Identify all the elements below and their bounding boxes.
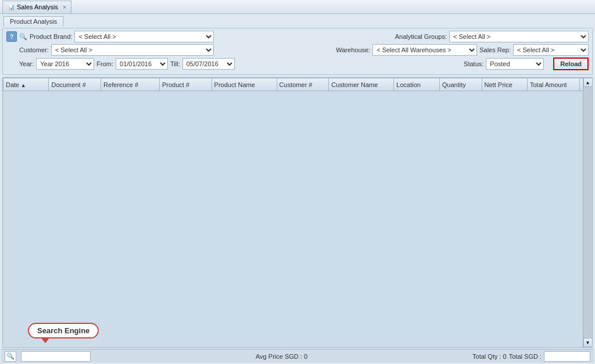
filter-row-3: Year: Year 2016 From: 01/01/2016 Till: 0… [6,57,589,70]
vertical-scrollbar[interactable]: ▲ ▼ [583,78,592,347]
main-container: Product Analysis ? 🔍 Product Brand: < Se… [0,14,595,364]
status-select[interactable]: Posted [486,58,544,70]
sales-rep-select[interactable]: < Select All > [513,44,589,56]
total-sgd-label: Total SGD : [509,353,542,360]
status-label: Status: [464,60,483,67]
col-location[interactable]: Location [394,78,439,91]
scroll-up-button[interactable]: ▲ [583,78,593,87]
tab-icon: 📊 [8,4,15,10]
analytical-groups-select[interactable]: < Select All > [449,31,589,42]
product-brand-select[interactable]: < Select All > [74,31,214,42]
table-header-row: Date Document # Reference # Product # Pr… [3,78,592,91]
reload-button[interactable]: Reload [553,57,589,70]
col-customer-name[interactable]: Customer Name [329,78,394,91]
filter-icon: 🔍 [19,33,27,41]
product-analysis-tab-label: Product Analysis [10,18,57,25]
data-table: Date Document # Reference # Product # Pr… [3,78,592,91]
analytical-groups-label: Analytical Groups: [395,33,447,40]
status-bar: 🔍 Avg Price SGD : 0 Total Qty : 0 Total … [1,349,594,363]
tab-label: Sales Analysis [17,3,58,10]
col-product-name[interactable]: Product Name [212,78,277,91]
col-document[interactable]: Document # [49,78,101,91]
total-sgd-input[interactable] [544,351,590,362]
sales-rep-label: Sales Rep: [479,46,511,53]
sales-analysis-tab[interactable]: 📊 Sales Analysis × [2,1,71,13]
year-label: Year: [19,60,34,67]
from-label: From: [96,60,113,67]
title-bar: 📊 Sales Analysis × [0,0,595,14]
customer-select[interactable]: < Select All > [51,44,214,56]
warehouse-select[interactable]: < Select All Warehouses > [372,44,477,56]
from-select[interactable]: 01/01/2016 [116,58,168,70]
col-customer-num[interactable]: Customer # [277,78,329,91]
search-engine-label: Search Engine [37,326,89,335]
customer-label: Customer: [19,46,49,53]
page-tab-bar: Product Analysis [1,15,594,27]
search-input[interactable] [21,351,91,362]
search-icon-button[interactable]: 🔍 [5,351,16,362]
filter-area: ? 🔍 Product Brand: < Select All > Analyt… [2,28,593,75]
col-total-amount[interactable]: Total Amount [528,78,580,91]
till-label: Till: [170,60,180,67]
col-reference[interactable]: Reference # [101,78,160,91]
table-container: Date Document # Reference # Product # Pr… [2,77,593,348]
col-date[interactable]: Date [3,78,49,91]
total-qty-label: Total Qty : 0 [472,353,507,360]
search-engine-bubble: Search Engine [28,323,99,338]
status-right: Total Qty : 0 Total SGD : [472,351,590,362]
product-brand-label: Product Brand: [30,33,72,40]
year-select[interactable]: Year 2016 [36,58,94,70]
col-nett-price[interactable]: Nett Price [482,78,527,91]
help-button[interactable]: ? [6,31,17,42]
warehouse-label: Warehouse: [336,46,370,53]
tab-close-button[interactable]: × [63,4,66,10]
col-product-num[interactable]: Product # [159,78,212,91]
scroll-track[interactable] [583,87,592,338]
filter-row-1: ? 🔍 Product Brand: < Select All > Analyt… [6,31,589,42]
filter-row-2: Customer: < Select All > Warehouse: < Se… [6,44,589,56]
product-analysis-tab[interactable]: Product Analysis [3,16,63,27]
scroll-down-button[interactable]: ▼ [583,338,593,347]
till-select[interactable]: 05/07/2016 [182,58,235,70]
avg-price-text: Avg Price SGD : 0 [95,353,468,360]
col-quantity[interactable]: Quantity [439,78,482,91]
